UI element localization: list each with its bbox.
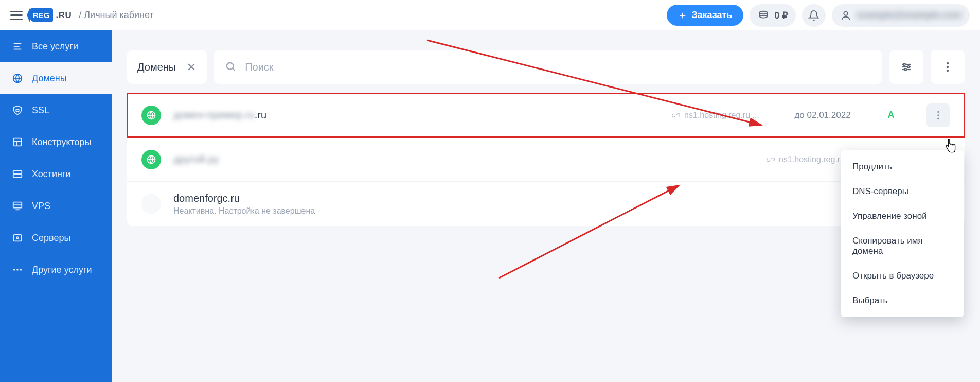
svg-point-34 (947, 62, 949, 64)
svg-point-22 (16, 269, 19, 271)
domains-panel: домен-пример.ru.ru ns1.hosting.reg.ru ..… (127, 93, 965, 226)
auto-renew-badge: A (881, 110, 901, 120)
filter-chip[interactable]: Домены (127, 50, 207, 84)
svg-point-32 (907, 66, 910, 68)
svg-line-27 (233, 68, 235, 71)
globe-icon (11, 72, 24, 84)
order-button[interactable]: Заказать (667, 5, 743, 26)
svg-point-20 (16, 237, 19, 239)
svg-point-41 (937, 117, 939, 119)
menu-copy-domain[interactable]: Скопировать имя домена (841, 229, 964, 264)
bulk-actions-button[interactable] (931, 50, 965, 84)
menu-open-browser[interactable]: Открыть в браузере (841, 264, 964, 288)
sidebar-item-builders[interactable]: Конструкторы (0, 126, 112, 158)
sidebar-item-domains[interactable]: Домены (0, 62, 112, 94)
svg-rect-13 (13, 171, 22, 174)
username: example@example.com (857, 10, 961, 21)
server-icon (11, 168, 24, 180)
unlink-icon (672, 111, 680, 119)
sidebar-item-label: Хостинги (32, 169, 71, 180)
menu-toggle[interactable] (10, 11, 23, 20)
svg-point-26 (227, 63, 234, 70)
row-actions-button[interactable] (926, 103, 950, 127)
filter-chip-label: Домены (137, 61, 176, 73)
svg-point-2 (760, 11, 768, 14)
domain-status: Неактивна. Настройка не завершена (173, 206, 950, 216)
domain-name: domenforgc.ru (173, 193, 950, 204)
dots-vertical-icon (933, 110, 944, 121)
svg-rect-10 (14, 138, 22, 146)
balance-value: 0 ₽ (774, 10, 788, 21)
sidebar-item-label: Конструкторы (32, 137, 92, 148)
menu-renew[interactable]: Продлить (841, 154, 964, 179)
svg-rect-19 (14, 235, 22, 241)
sliders-icon (900, 61, 913, 73)
search-icon (225, 61, 237, 73)
order-label: Заказать (691, 10, 732, 21)
sidebar-item-all-services[interactable]: Все услуги (0, 30, 112, 62)
filters-button[interactable] (889, 50, 923, 84)
menu-dns-servers[interactable]: DNS-серверы (841, 179, 964, 204)
svg-point-39 (937, 111, 939, 113)
user-icon (840, 10, 851, 21)
search-input[interactable] (245, 61, 871, 73)
svg-point-40 (937, 114, 939, 116)
builder-icon (11, 136, 24, 148)
svg-rect-14 (13, 175, 22, 178)
plus-icon (678, 11, 687, 20)
logo-suffix: .RU (56, 10, 72, 21)
user-pill[interactable]: example@example.com (832, 4, 970, 27)
expiry-date: до 02.01.2022 (790, 110, 856, 120)
header: REG .RU / Личный кабинет Заказать 0 ₽ ex… (0, 0, 980, 30)
search-box (214, 50, 882, 84)
shield-icon (11, 104, 24, 116)
sidebar-item-vps[interactable]: VPS (0, 190, 112, 222)
sidebar-item-servers[interactable]: Серверы (0, 222, 112, 254)
domain-name: другой.ру (173, 153, 219, 165)
svg-point-21 (13, 269, 15, 271)
close-icon[interactable] (186, 62, 197, 72)
more-icon (11, 264, 24, 276)
ns-column: ns1.hosting.reg.ru ... (672, 111, 764, 120)
sidebar-item-label: Другие услуги (32, 265, 92, 275)
sidebar-item-hosting[interactable]: Хостинги (0, 158, 112, 190)
sidebar: Все услуги Домены SSL Конструкторы Хости… (0, 30, 112, 382)
domain-name: домен-пример.ru (173, 109, 255, 120)
logo[interactable]: REG .RU (30, 8, 72, 22)
globe-icon (141, 150, 161, 169)
breadcrumb: / Личный кабинет (79, 10, 153, 21)
sidebar-item-label: Домены (32, 73, 67, 84)
toolbar: Домены (127, 50, 965, 84)
svg-rect-9 (16, 109, 19, 112)
sidebar-item-ssl[interactable]: SSL (0, 94, 112, 126)
row-actions-menu: Продлить DNS-серверы Управление зоной Ск… (841, 150, 964, 317)
menu-zone[interactable]: Управление зоной (841, 204, 964, 229)
sidebar-item-label: Все услуги (32, 41, 78, 52)
dedicated-icon (11, 232, 24, 244)
table-row[interactable]: другой.ру ns1.hosting.reg.ru ... до 17 (127, 137, 965, 182)
sidebar-item-label: Серверы (32, 233, 70, 244)
sidebar-item-other[interactable]: Другие услуги (0, 254, 112, 286)
svg-point-23 (20, 269, 22, 271)
svg-point-3 (844, 11, 848, 15)
domain-icon-empty (141, 194, 161, 214)
menu-select[interactable]: Выбрать (841, 288, 964, 313)
vps-icon (11, 200, 24, 212)
balance-pill[interactable]: 0 ₽ (750, 4, 796, 27)
table-row[interactable]: домен-пример.ru.ru ns1.hosting.reg.ru ..… (127, 93, 965, 137)
svg-point-31 (903, 63, 905, 65)
dots-vertical-icon (941, 61, 954, 73)
svg-point-36 (947, 70, 949, 72)
svg-point-35 (947, 66, 949, 68)
logo-box: REG (30, 8, 53, 22)
notifications-button[interactable] (802, 4, 826, 27)
globe-icon (141, 106, 161, 125)
list-icon (11, 40, 24, 53)
unlink-icon (767, 155, 775, 164)
coins-icon (758, 10, 769, 21)
sidebar-item-label: VPS (32, 201, 50, 212)
svg-point-33 (904, 68, 906, 71)
sidebar-item-label: SSL (32, 105, 49, 116)
bell-icon (808, 10, 819, 21)
table-row[interactable]: domenforgc.ru Неактивна. Настройка не за… (127, 182, 965, 226)
